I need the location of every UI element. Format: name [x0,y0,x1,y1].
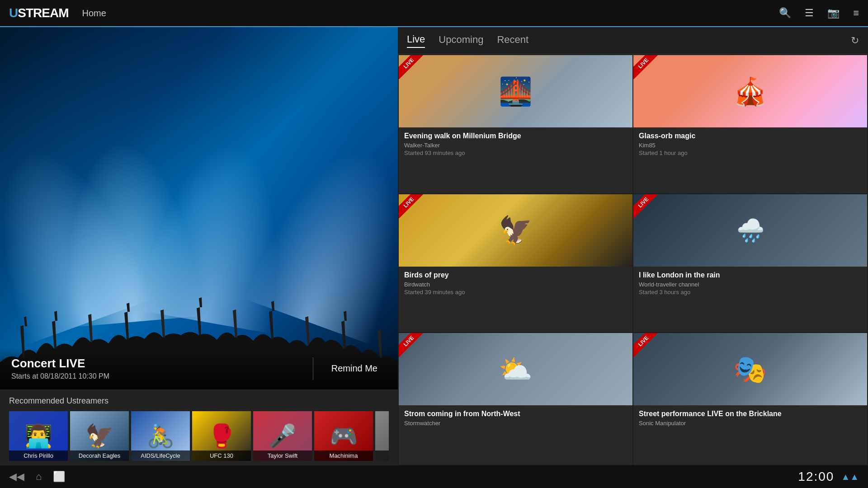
header-icons: 🔍 ☰ 📷 ≡ [779,7,859,19]
tab-live[interactable]: Live [407,33,425,48]
tabs-bar: Live Upcoming Recent ↻ [398,27,868,54]
live-channel-2: Kim85 [639,142,862,149]
hero-info: Concert LIVE Starts at 08/18/2011 10:30 … [0,347,398,389]
live-time-3: Started 39 minutes ago [404,289,627,296]
live-card-6[interactable]: LIVE Street performance LIVE on the Bric… [633,333,867,465]
footer-icons: ◀◀ ⌂ ⬜ [9,471,65,483]
live-channel-5: Stormwatcher [404,420,627,427]
live-card-2[interactable]: LIVE Glass-orb magic Kim85 Started 1 hou… [633,55,867,193]
list-icon[interactable]: ☰ [805,7,814,19]
live-card-4[interactable]: LIVE I like London in the rain World-tra… [633,194,867,333]
header: USTREAM Home 🔍 ☰ 📷 ≡ [0,0,868,27]
nav-home[interactable]: Home [82,8,106,19]
left-panel: Concert LIVE Starts at 08/18/2011 10:30 … [0,27,398,465]
live-thumb-5: LIVE [399,333,632,405]
ustreamer-item-2[interactable]: 🦅 Decorah Eagles [70,411,129,461]
main-content: Concert LIVE Starts at 08/18/2011 10:30 … [0,27,868,465]
live-badge-wrapper-2: LIVE [633,55,660,82]
live-thumb-1: LIVE [399,55,632,127]
window-icon[interactable]: ⬜ [53,471,65,483]
recommended-section: Recommended Ustreamers 👨‍💻 Chris Pirillo… [0,389,398,465]
live-info-5: Strom coming in from North-West Stormwat… [399,405,632,432]
ustreamer-label-4: UFC 130 [192,450,251,461]
live-time-2: Started 1 hour ago [639,150,862,156]
logo-stream: STREAM [18,6,68,20]
live-title-6: Street performance LIVE on the Bricklane [639,410,862,418]
live-info-1: Evening walk on Millenium Bridge Walker-… [399,127,632,161]
clock-display: 12:00 [798,469,834,484]
live-grid: LIVE Evening walk on Millenium Bridge Wa… [398,54,868,465]
ustreamer-item-4[interactable]: 🥊 UFC 130 [192,411,251,461]
live-title-5: Strom coming in from North-West [404,410,627,418]
logo-u: U [9,6,18,20]
hero-text-block: Concert LIVE Starts at 08/18/2011 10:30 … [11,357,304,380]
live-card-5[interactable]: LIVE Strom coming in from North-West Sto… [399,333,632,465]
logo[interactable]: USTREAM [9,6,68,20]
live-badge-wrapper-1: LIVE [399,55,426,82]
live-badge-5: LIVE [399,333,425,357]
live-info-4: I like London in the rain World-travelle… [633,267,867,300]
live-channel-6: Sonic Manipulator [639,420,862,427]
ustreamer-item-7[interactable]: 🎵 Snoop [375,411,389,461]
live-channel-1: Walker-Talker [404,142,627,149]
live-channel-3: Birdwatch [404,281,627,288]
live-title-2: Glass-orb magic [639,132,862,140]
live-card-3[interactable]: LIVE Birds of prey Birdwatch Started 39 … [399,194,632,333]
live-badge-6: LIVE [633,333,659,357]
footer: ◀◀ ⌂ ⬜ 12:00 ▲▲ [0,465,868,488]
right-panel: Live Upcoming Recent ↻ LIVE Evening walk… [398,27,868,465]
live-info-6: Street performance LIVE on the Bricklane… [633,405,867,432]
live-badge-3: LIVE [399,194,425,218]
live-title-3: Birds of prey [404,271,627,279]
ustreamer-label-7: Snoop [375,450,389,461]
hero-subtitle: Starts at 08/18/2011 10:30 PM [11,372,304,380]
live-time-1: Started 93 minutes ago [404,150,627,156]
tab-upcoming[interactable]: Upcoming [439,34,483,47]
menu-icon[interactable]: ≡ [853,7,859,19]
remind-me-button[interactable]: Remind Me [322,359,387,378]
camera-icon[interactable]: 📷 [827,7,840,19]
live-badge-4: LIVE [633,194,659,218]
live-info-3: Birds of prey Birdwatch Started 39 minut… [399,267,632,300]
back-icon[interactable]: ◀◀ [9,471,24,483]
live-time-4: Started 3 hours ago [639,289,862,296]
ustreamer-label-5: Taylor Swift [253,450,312,461]
live-card-1[interactable]: LIVE Evening walk on Millenium Bridge Wa… [399,55,632,193]
signal-icon: ▲▲ [841,472,859,482]
ustreamer-item-5[interactable]: 🎤 Taylor Swift [253,411,312,461]
live-badge-wrapper-4: LIVE [633,194,660,221]
ustreamer-item-1[interactable]: 👨‍💻 Chris Pirillo [9,411,68,461]
home-icon[interactable]: ⌂ [36,471,42,483]
live-info-2: Glass-orb magic Kim85 Started 1 hour ago [633,127,867,161]
live-thumb-6: LIVE [633,333,867,405]
ustreamers-list: 👨‍💻 Chris Pirillo 🦅 Decorah Eagles 🚴 AID… [9,411,389,461]
ustreamer-label-1: Chris Pirillo [9,450,68,461]
ustreamer-item-6[interactable]: 🎮 Machinima [314,411,373,461]
hero-banner[interactable]: Concert LIVE Starts at 08/18/2011 10:30 … [0,27,398,389]
ustreamer-label-3: AIDS/LifeCycle [131,450,190,461]
ustreamer-label-2: Decorah Eagles [70,450,129,461]
live-badge-wrapper-6: LIVE [633,333,660,360]
tab-recent[interactable]: Recent [497,34,528,47]
ustreamer-label-6: Machinima [314,450,373,461]
search-icon[interactable]: 🔍 [779,7,791,19]
live-badge-wrapper-3: LIVE [399,194,426,221]
hero-title: Concert LIVE [11,357,304,371]
live-badge-2: LIVE [633,55,659,79]
live-channel-4: World-traveller channel [639,281,862,288]
hero-divider [313,357,313,380]
recommended-title: Recommended Ustreamers [9,396,389,406]
live-thumb-3: LIVE [399,194,632,267]
ustreamer-item-3[interactable]: 🚴 AIDS/LifeCycle [131,411,190,461]
live-badge-1: LIVE [399,55,425,79]
live-title-1: Evening walk on Millenium Bridge [404,132,627,140]
live-thumb-4: LIVE [633,194,867,267]
live-thumb-2: LIVE [633,55,867,127]
live-title-4: I like London in the rain [639,271,862,279]
refresh-icon[interactable]: ↻ [851,35,859,47]
live-badge-wrapper-5: LIVE [399,333,426,360]
